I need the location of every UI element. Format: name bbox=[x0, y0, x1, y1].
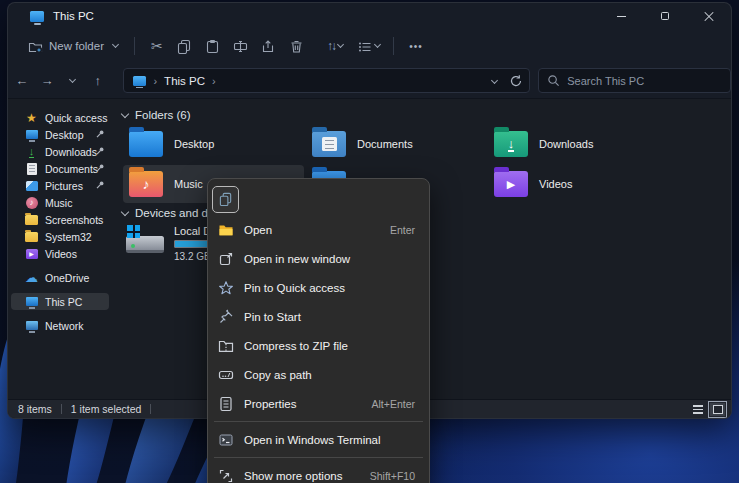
item-count: 8 items bbox=[18, 403, 52, 415]
music-folder-icon: ♪ bbox=[129, 171, 163, 197]
details-view-icon bbox=[693, 405, 703, 414]
sidebar-item-onedrive[interactable]: ☁ OneDrive bbox=[11, 269, 109, 286]
folder-tile-videos[interactable]: ▶ Videos bbox=[488, 165, 669, 203]
status-divider bbox=[61, 404, 62, 414]
minimize-button[interactable] bbox=[599, 3, 643, 29]
desktop-folder-icon bbox=[129, 131, 163, 157]
back-button[interactable]: ← bbox=[10, 69, 33, 93]
sidebar-item-videos[interactable]: ▶ Videos bbox=[11, 245, 109, 262]
properties-icon bbox=[218, 396, 234, 412]
menu-item-open-in-windows-terminal[interactable]: Open in Windows Terminal bbox=[212, 425, 425, 454]
paste-icon bbox=[205, 39, 220, 54]
copy-icon bbox=[219, 192, 233, 206]
star-icon: ★ bbox=[24, 111, 39, 125]
quick-copy-button[interactable] bbox=[212, 186, 239, 213]
menu-item-pin-to-quick-access[interactable]: Pin to Quick access bbox=[212, 273, 425, 302]
delete-icon bbox=[289, 39, 304, 54]
folder-tile-desktop[interactable]: Desktop bbox=[123, 125, 304, 163]
local-disk-icon bbox=[126, 225, 164, 255]
pin-icon bbox=[95, 180, 105, 190]
large-icons-view-button[interactable] bbox=[710, 403, 725, 416]
collapse-chevron-icon bbox=[121, 109, 129, 117]
status-divider bbox=[150, 404, 151, 414]
view-button[interactable] bbox=[355, 33, 383, 59]
videos-icon: ▶ bbox=[24, 249, 39, 259]
refresh-icon[interactable] bbox=[509, 74, 523, 88]
show-more-options-icon bbox=[218, 468, 234, 483]
recent-locations-button[interactable] bbox=[61, 69, 84, 93]
search-icon bbox=[547, 74, 560, 87]
paste-button[interactable] bbox=[199, 33, 227, 59]
sidebar-item-this-pc[interactable]: This PC bbox=[11, 293, 109, 310]
onedrive-icon: ☁ bbox=[24, 270, 39, 285]
search-box[interactable] bbox=[538, 68, 731, 93]
search-input[interactable] bbox=[567, 75, 717, 87]
maximize-button[interactable] bbox=[643, 3, 687, 29]
address-bar[interactable]: › This PC › bbox=[123, 68, 530, 93]
copy-button[interactable] bbox=[171, 33, 199, 59]
breadcrumb-separator: › bbox=[212, 75, 216, 87]
context-menu-quick-actions bbox=[212, 183, 425, 215]
selected-count: 1 item selected bbox=[71, 403, 142, 415]
terminal-icon bbox=[218, 432, 234, 448]
new-folder-button[interactable]: New folder bbox=[20, 35, 126, 58]
menu-item-open[interactable]: Open Enter bbox=[212, 215, 425, 244]
menu-item-open-in-new-window[interactable]: Open in new window bbox=[212, 244, 425, 273]
folder-tile-documents[interactable]: Documents bbox=[306, 125, 487, 163]
sort-button[interactable]: ↑↓ bbox=[321, 33, 349, 59]
titlebar: This PC bbox=[8, 3, 731, 29]
sidebar-item-quick-access[interactable]: ★ Quick access bbox=[11, 109, 109, 126]
menu-item-show-more-options[interactable]: Show more options Shift+F10 bbox=[212, 461, 425, 483]
see-more-button[interactable]: ••• bbox=[402, 33, 430, 59]
this-pc-icon bbox=[30, 11, 44, 22]
pin-icon bbox=[95, 129, 105, 139]
close-button[interactable] bbox=[687, 3, 731, 29]
menu-item-compress-to-zip[interactable]: Compress to ZIP file bbox=[212, 331, 425, 360]
share-button[interactable] bbox=[255, 33, 283, 59]
context-menu: Open Enter Open in new window Pin to Qui… bbox=[207, 178, 430, 483]
close-icon bbox=[704, 11, 714, 21]
toolbar-divider bbox=[134, 37, 135, 55]
folder-icon bbox=[24, 232, 39, 242]
folders-section-header[interactable]: Folders (6) bbox=[122, 109, 191, 121]
rename-button[interactable] bbox=[227, 33, 255, 59]
chevron-down-icon bbox=[374, 41, 381, 48]
details-view-button[interactable] bbox=[690, 403, 705, 416]
sidebar-item-screenshots[interactable]: Screenshots bbox=[11, 211, 109, 228]
up-button[interactable]: ↑ bbox=[86, 69, 109, 93]
back-icon: ← bbox=[15, 73, 28, 88]
cut-button[interactable]: ✂ bbox=[143, 33, 171, 59]
address-dropdown-icon[interactable] bbox=[491, 77, 498, 84]
new-folder-icon bbox=[28, 39, 43, 54]
videos-folder-icon: ▶ bbox=[494, 171, 528, 197]
chevron-down-icon bbox=[337, 41, 344, 48]
menu-separator bbox=[214, 457, 423, 458]
copy-icon bbox=[177, 39, 192, 54]
sidebar-item-music[interactable]: ♪ Music bbox=[11, 194, 109, 211]
this-pc-icon bbox=[133, 76, 146, 86]
rename-icon bbox=[233, 39, 248, 54]
forward-button[interactable]: → bbox=[35, 69, 58, 93]
maximize-icon bbox=[661, 12, 669, 20]
documents-folder-icon bbox=[312, 131, 346, 157]
sidebar-item-downloads[interactable]: ↓ Downloads bbox=[11, 143, 109, 160]
sidebar-item-system32[interactable]: System32 bbox=[11, 228, 109, 245]
new-folder-label: New folder bbox=[49, 40, 104, 52]
menu-item-pin-to-start[interactable]: Pin to Start bbox=[212, 302, 425, 331]
star-outline-icon bbox=[218, 280, 234, 296]
sidebar-item-network[interactable]: Network bbox=[11, 317, 109, 334]
sidebar-item-desktop[interactable]: Desktop bbox=[11, 126, 109, 143]
network-icon bbox=[24, 321, 39, 330]
breadcrumb-this-pc[interactable]: This PC bbox=[164, 75, 205, 87]
pin-icon bbox=[95, 146, 105, 156]
sidebar-item-pictures[interactable]: Pictures bbox=[11, 177, 109, 194]
menu-item-properties[interactable]: Properties Alt+Enter bbox=[212, 389, 425, 418]
window-title: This PC bbox=[53, 10, 94, 22]
share-icon bbox=[261, 39, 276, 54]
menu-item-copy-as-path[interactable]: Copy as path bbox=[212, 360, 425, 389]
sidebar-item-documents[interactable]: Documents bbox=[11, 160, 109, 177]
folder-tile-downloads[interactable]: ↓ Downloads bbox=[488, 125, 669, 163]
open-new-window-icon bbox=[218, 251, 234, 267]
delete-button[interactable] bbox=[283, 33, 311, 59]
folder-icon bbox=[24, 215, 39, 225]
